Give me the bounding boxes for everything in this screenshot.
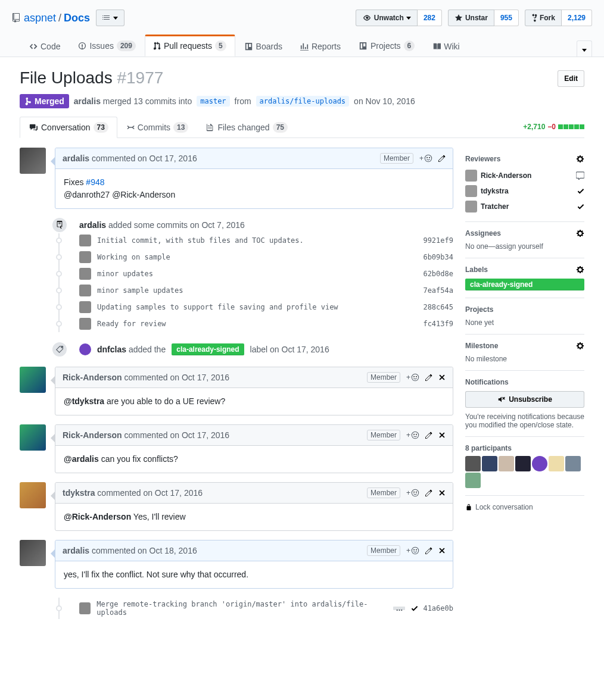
close-icon[interactable]	[438, 489, 446, 497]
commit-sha[interactable]: 9921ef9	[423, 236, 453, 245]
add-reaction[interactable]: +	[406, 546, 419, 555]
avatar[interactable]	[549, 456, 564, 471]
nav-context-menu[interactable]	[577, 40, 592, 57]
avatar[interactable]	[79, 235, 91, 246]
repo-name-link[interactable]: Docs	[64, 12, 90, 24]
unsubscribe-button[interactable]: Unsubscribe	[465, 391, 584, 408]
commit-message[interactable]: Working on sample	[97, 253, 170, 261]
mention-link[interactable]: @tdykstra	[64, 396, 104, 406]
pencil-icon[interactable]	[425, 431, 432, 439]
commit-message[interactable]: Merge remote-tracking branch 'origin/mas…	[96, 600, 387, 617]
watchers-count[interactable]: 282	[418, 10, 442, 26]
reviewer-link[interactable]: tdykstra	[481, 187, 509, 195]
avatar[interactable]	[482, 456, 497, 471]
reviewer-link[interactable]: Tratcher	[481, 202, 509, 211]
pencil-icon[interactable]	[425, 546, 432, 555]
gear-icon[interactable]	[576, 265, 584, 274]
label-pill[interactable]: cla-already-signed	[465, 279, 584, 290]
comment-author[interactable]: ardalis	[63, 154, 89, 163]
commit-sha[interactable]: 62b0d8e	[423, 270, 453, 278]
avatar[interactable]	[79, 285, 91, 296]
reviewer-link[interactable]: Rick-Anderson	[481, 171, 531, 180]
tab-conversation[interactable]: Conversation73	[20, 117, 117, 138]
mention-link[interactable]: @ardalis	[64, 454, 99, 464]
commit-message[interactable]: minor sample updates	[97, 286, 183, 295]
avatar[interactable]	[20, 367, 46, 393]
commit-sha[interactable]: 6b09b34	[423, 253, 453, 261]
avatar[interactable]	[79, 301, 91, 313]
merge-actor-link[interactable]: ardalis	[74, 96, 101, 106]
commit-message[interactable]: minor updates	[97, 270, 153, 278]
repo-context-dropdown[interactable]	[96, 10, 124, 26]
forks-count[interactable]: 2,129	[562, 10, 592, 26]
avatar[interactable]	[465, 201, 477, 212]
avatar[interactable]	[79, 602, 91, 614]
mention-link[interactable]: @Rick-Anderson	[64, 512, 131, 521]
comment-author[interactable]: ardalis	[63, 546, 89, 555]
commit-message[interactable]: Initial commit, with stub files and TOC …	[97, 236, 304, 245]
edit-button[interactable]: Edit	[558, 70, 584, 87]
close-icon[interactable]	[438, 431, 446, 439]
commit-sha[interactable]: 7eaf54a	[423, 286, 453, 295]
base-branch[interactable]: master	[197, 96, 229, 107]
tab-commits[interactable]: Commits13	[117, 117, 198, 138]
add-reaction[interactable]: +	[419, 154, 432, 162]
avatar[interactable]	[532, 456, 547, 471]
avatar[interactable]	[20, 148, 46, 174]
avatar[interactable]	[20, 424, 46, 451]
gear-icon[interactable]	[576, 155, 584, 163]
star-button[interactable]: Unstar	[448, 10, 494, 26]
avatar[interactable]	[515, 456, 531, 471]
nav-pull-requests[interactable]: Pull requests5	[145, 35, 235, 57]
avatar[interactable]	[79, 343, 91, 355]
commit-sha[interactable]: 41a6e0b	[423, 604, 453, 612]
avatar[interactable]	[499, 456, 514, 471]
pencil-icon[interactable]	[438, 154, 446, 162]
avatar[interactable]	[20, 540, 46, 566]
avatar[interactable]	[465, 456, 481, 471]
comment-author[interactable]: Rick-Anderson	[63, 373, 122, 382]
avatar[interactable]	[565, 456, 581, 471]
head-branch[interactable]: ardalis/file-uploads	[256, 96, 350, 107]
nav-projects[interactable]: Projects6	[350, 35, 424, 57]
avatar[interactable]	[20, 482, 46, 508]
tab-files[interactable]: Files changed75	[197, 117, 297, 138]
avatar[interactable]	[79, 251, 91, 263]
nav-boards[interactable]: Boards	[235, 36, 291, 57]
close-icon[interactable]	[438, 546, 446, 555]
commit-sha[interactable]: fc413f9	[423, 320, 453, 328]
add-reaction[interactable]: +	[406, 431, 419, 439]
pencil-icon[interactable]	[425, 373, 432, 382]
event-actor[interactable]: ardalis	[79, 220, 106, 230]
add-reaction[interactable]: +	[406, 373, 419, 382]
close-icon[interactable]	[438, 373, 446, 382]
expand-button[interactable]: …	[393, 607, 405, 610]
nav-code[interactable]: Code	[20, 36, 69, 57]
avatar[interactable]	[465, 170, 477, 182]
nav-wiki[interactable]: Wiki	[424, 36, 468, 57]
avatar[interactable]	[79, 268, 91, 280]
avatar[interactable]	[465, 473, 481, 488]
commit-message[interactable]: Ready for review	[97, 320, 166, 328]
nav-issues[interactable]: Issues209	[69, 35, 145, 57]
commit-sha[interactable]: 288c645	[423, 303, 453, 311]
pencil-icon[interactable]	[425, 489, 432, 497]
avatar[interactable]	[79, 318, 91, 330]
watch-button[interactable]: Unwatch	[356, 10, 418, 26]
commit-message[interactable]: Updating samples to support file saving …	[97, 303, 338, 311]
nav-reports[interactable]: Reports	[291, 36, 350, 57]
avatar[interactable]	[465, 185, 477, 197]
stargazers-count[interactable]: 955	[494, 10, 519, 26]
event-actor[interactable]: dnfclas	[97, 345, 126, 354]
assignees-text[interactable]: No one—assign yourself	[465, 242, 584, 251]
repo-owner-link[interactable]: aspnet	[24, 12, 56, 24]
comment-author[interactable]: tdykstra	[63, 488, 95, 498]
add-reaction[interactable]: +	[406, 489, 419, 497]
gear-icon[interactable]	[576, 342, 584, 350]
fork-button[interactable]: Fork	[525, 10, 562, 26]
gear-icon[interactable]	[576, 229, 584, 238]
issue-link[interactable]: #948	[86, 177, 104, 187]
label-pill[interactable]: cla-already-signed	[172, 343, 244, 355]
comment-author[interactable]: Rick-Anderson	[63, 430, 122, 440]
lock-conversation[interactable]: Lock conversation	[465, 503, 584, 511]
